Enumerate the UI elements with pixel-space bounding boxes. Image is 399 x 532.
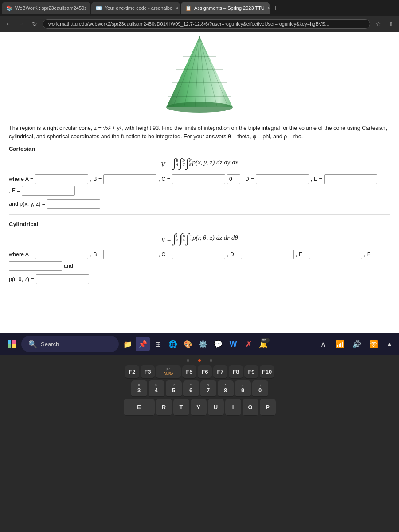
key-p[interactable]: P [260,399,276,416]
cylindrical-and-label: and [64,263,73,269]
key-8[interactable]: * 8 [218,380,234,397]
cylindrical-E-input[interactable] [309,250,362,259]
bookmark-button[interactable]: ☆ [374,20,383,28]
system-tray-speaker[interactable]: 🔊 [350,337,364,351]
share-button[interactable]: ⇧ [387,20,395,28]
cartesian-F-input[interactable] [22,186,75,196]
cylindrical-integral-formula: V = ∫BA ∫DC ∫FE p(r, θ, z) dz dr dθ [0,228,399,248]
taskbar-notification-icon[interactable]: 🔔 99+ [256,337,270,351]
cylindrical-F-input[interactable] [9,261,62,271]
clock[interactable]: ▲ [383,341,395,347]
key-4[interactable]: $ 4 [149,380,164,397]
key-f6[interactable]: F6 [198,365,212,379]
taskbar-apps-icon[interactable]: ⊞ [151,337,165,351]
taskbar-pin-icon[interactable]: 📌 [136,337,150,351]
key-f7[interactable]: F7 [213,365,227,379]
key-u[interactable]: U [208,399,224,416]
key-f5[interactable]: F5 [182,365,196,379]
key-6[interactable]: ^ 6 [183,380,199,397]
key-f9[interactable]: F9 [244,365,258,379]
key-f3[interactable]: F3 [141,365,155,379]
cartesian-A-input[interactable] [35,174,88,184]
tab1-close[interactable]: ✕ [90,6,90,11]
key-r[interactable]: R [156,399,172,416]
refresh-button[interactable]: ↻ [30,20,39,28]
cartesian-F-label: , F = [9,188,20,194]
key-i[interactable]: I [225,399,241,416]
tab2-close[interactable]: ✕ [175,6,179,11]
svg-rect-16 [12,344,16,348]
cylindrical-B-input[interactable] [103,250,156,259]
windows-logo-icon [7,340,16,348]
system-tray-chevron[interactable]: ∧ [316,337,330,351]
tab3-favicon: 📋 [185,5,192,11]
cylindrical-A-input[interactable] [35,250,88,259]
taskbar-chat-icon[interactable]: 💬 [211,337,225,351]
tab-webwork[interactable]: 📚 WeBWorK : spr23eaulisam2450s ✕ [2,2,90,14]
taskbar-search-box[interactable]: 🔍 Search [21,336,119,352]
tab-assignments[interactable]: 📋 Assignments – Spring 2023 TTU ✕ [181,2,270,14]
key-f10[interactable]: F10 [260,365,274,379]
cartesian-E-input[interactable] [324,174,377,184]
key-f2[interactable]: F2 [125,365,139,379]
cartesian-B-label: , B = [90,176,102,182]
key-o[interactable]: O [243,399,258,416]
cartesian-B-input[interactable] [103,174,156,184]
key-y[interactable]: Y [191,399,207,416]
tab-email[interactable]: ✉️ Your one-time code - arsenalbe ✕ [91,2,180,14]
tab-bar: 📚 WeBWorK : spr23eaulisam2450s ✕ ✉️ Your… [0,0,399,16]
key-9[interactable]: ( 9 [235,380,251,397]
start-button[interactable] [4,336,20,352]
new-tab-button[interactable]: + [270,3,281,13]
cylindrical-B-label: , B = [90,251,102,258]
cartesian-integral-formula: V = ∫BA ∫DC ∫FE p(x, y, z) dz dy dx [0,153,399,172]
key-e[interactable]: E [124,399,155,416]
taskbar-chrome-icon[interactable]: 🌐 [166,337,180,351]
key-f8[interactable]: F8 [229,365,243,379]
cone-area [0,32,399,121]
light-2 [198,359,201,362]
taskbar-paint-icon[interactable]: 🎨 [181,337,195,351]
problem-text-content: The region is a right circular cone, z =… [9,125,387,140]
cartesian-C-input[interactable] [172,174,225,184]
light-3 [210,359,212,362]
taskbar-word-icon[interactable]: W [226,337,240,351]
tab2-favicon: ✉️ [96,5,102,11]
cartesian-C-label: , C = [158,176,170,182]
tab3-close[interactable]: ✕ [267,6,270,11]
system-tray-network[interactable]: 📶 [333,337,347,351]
tab3-label: Assignments – Spring 2023 TTU [194,5,265,11]
cartesian-E-label: , E = [311,176,322,182]
cylindrical-p-input[interactable] [36,274,89,284]
taskbar-close-icon[interactable]: ✗ [241,337,255,351]
key-5[interactable]: % 5 [166,380,182,397]
taskbar-settings-icon[interactable]: ⚙️ [196,337,210,351]
keyboard: F2 F3 F4 AURA F5 F6 F7 F8 F9 F10 # 3 $ 4… [0,355,399,532]
cartesian-inputs-row1: where A = , B = , C = , D = , E = , F = [0,172,399,197]
cylindrical-D-input[interactable] [241,250,294,259]
system-tray: ∧ 📶 🔊 🛜 ▲ [316,337,395,351]
section-divider [9,214,390,215]
cartesian-where-label: where A = [9,176,33,182]
cartesian-D-input[interactable] [256,174,309,184]
cylindrical-where-label: where A = [9,251,33,258]
cylindrical-C-input[interactable] [172,250,225,259]
cylindrical-label: Cylindrical [0,218,399,228]
key-t[interactable]: T [173,399,189,416]
back-button[interactable]: ← [4,20,13,28]
taskbar: 🔍 Search 📁 📌 ⊞ 🌐 🎨 ⚙️ 💬 W ✗ 🔔 99+ ∧ 📶 🔊 … [0,333,399,355]
key-f4[interactable]: F4 AURA [156,365,181,379]
cartesian-zero-input[interactable] [227,174,240,184]
taskbar-files-icon[interactable]: 📁 [121,337,135,351]
forward-button[interactable]: → [17,20,27,28]
key-7[interactable]: & 7 [200,380,216,397]
key-aura-label: AURA [164,372,173,376]
cylindrical-formula-text: V = ∫BA ∫DC ∫FE p(r, θ, z) dz dr dθ [161,232,238,244]
cartesian-p-input[interactable] [47,199,100,209]
svg-rect-15 [8,344,11,348]
url-bar[interactable]: work.math.ttu.edu/webwork2/spr23eaulisam… [43,19,370,29]
system-tray-wifi[interactable]: 🛜 [367,337,381,351]
key-0[interactable]: ) 0 [252,380,268,397]
tab1-favicon: 📚 [6,5,12,11]
key-3[interactable]: # 3 [131,380,147,397]
